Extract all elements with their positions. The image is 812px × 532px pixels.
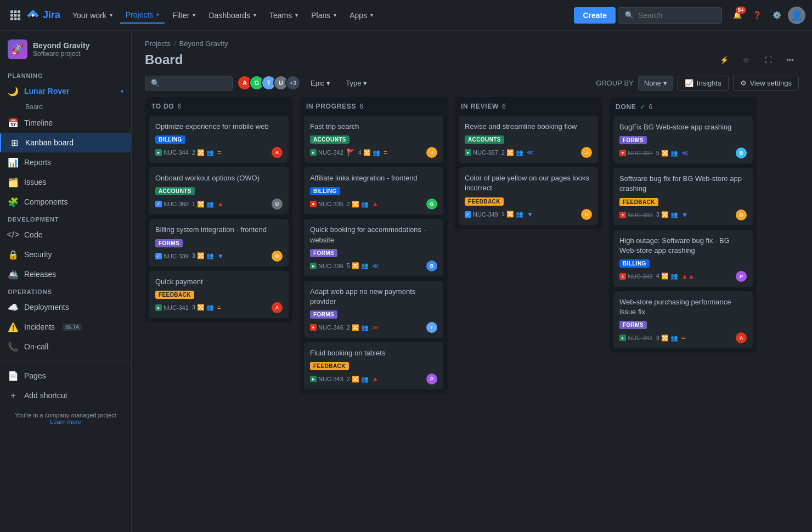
sidebar-item-timeline[interactable]: 📅 Timeline — [0, 113, 131, 133]
sidebar-divider — [0, 361, 131, 361]
sidebar-item-add-shortcut[interactable]: ＋ Add shortcut — [0, 386, 131, 405]
table-row[interactable]: Affiliate links integration - frontendBI… — [304, 167, 443, 214]
column-title: IN REVIEW — [461, 103, 499, 110]
sidebar-item-kanban[interactable]: ⊞ Kanban board — [0, 133, 131, 152]
projects-menu[interactable]: Projects ▾ — [120, 7, 165, 24]
type-filter[interactable]: Type ▾ — [340, 76, 373, 90]
your-work-menu[interactable]: Your work ▾ — [67, 8, 118, 23]
card-label: FORMS — [310, 249, 337, 257]
sidebar-item-oncall[interactable]: 📞 On-call — [0, 337, 131, 356]
breadcrumb-project[interactable]: Beyond Gravity — [179, 39, 228, 48]
table-row[interactable]: Fast trip searchACCOUNTS▸ NUC-342🚩4 🔀 👥=… — [304, 116, 443, 163]
reports-icon: 📊 — [8, 157, 19, 168]
table-row[interactable]: Optimize experience for mobile webBILLIN… — [149, 116, 289, 163]
notifications-button[interactable]: 🔔 9+ — [729, 7, 746, 24]
sidebar-item-reports[interactable]: 📊 Reports — [0, 152, 131, 172]
lightning-button[interactable]: ⚡ — [715, 51, 733, 69]
table-row[interactable]: Web-store purchasing performance issue f… — [613, 291, 753, 348]
card-stat: 2 🔀 👥 — [347, 376, 369, 383]
sidebar-item-incidents[interactable]: ⚠️ Incidents BETA — [0, 317, 131, 337]
apps-menu[interactable]: Apps ▾ — [344, 8, 379, 23]
grid-icon[interactable] — [7, 7, 24, 24]
teams-menu[interactable]: Teams ▾ — [264, 8, 303, 23]
card-stat: 5 🔀 👥 — [656, 150, 678, 157]
group-by-select[interactable]: None ▾ — [638, 76, 673, 90]
create-button[interactable]: Create — [574, 7, 616, 24]
card-title: Software bug fix for BG Web-store app cr… — [619, 174, 747, 194]
table-row[interactable]: Revise and streamline booking flowACCOUN… — [459, 116, 598, 163]
board-search[interactable]: 🔍 — [145, 76, 233, 90]
search-input[interactable] — [638, 11, 715, 20]
code-label: Code — [24, 230, 42, 239]
priority-icon: = — [217, 304, 221, 312]
help-button[interactable]: ❓ — [748, 7, 766, 24]
project-type: Software project — [33, 50, 123, 58]
chevron-down-icon: ▾ — [663, 79, 667, 87]
jira-logo[interactable]: Jira — [26, 9, 60, 22]
add-shortcut-icon: ＋ — [8, 390, 19, 401]
plans-menu[interactable]: Plans ▾ — [306, 8, 342, 23]
deployments-label: Deployments — [24, 303, 69, 312]
sidebar-item-components[interactable]: 🧩 Components — [0, 192, 131, 212]
board-search-input[interactable] — [163, 79, 227, 87]
chevron-down-icon: ▾ — [193, 12, 195, 18]
insights-button[interactable]: 📈 Insights — [678, 76, 729, 90]
sidebar-item-security[interactable]: 🔒 Security — [0, 245, 131, 264]
card-label: FORMS — [619, 321, 647, 329]
sidebar-item-releases[interactable]: 🚢 Releases — [0, 264, 131, 284]
avatars-filter[interactable]: A G T U +3 — [237, 75, 301, 90]
type-label: Type — [346, 79, 361, 87]
avatar: G — [426, 199, 437, 210]
table-row[interactable]: High outage: Software bug fix - BG Web-s… — [613, 230, 753, 287]
card-id: ● NUC-340 — [619, 273, 653, 280]
more-button[interactable]: ••• — [781, 51, 799, 69]
pages-icon: 📄 — [8, 370, 19, 381]
sidebar-item-deployments[interactable]: ☁️ Deployments — [0, 297, 131, 317]
top-navigation: Jira Your work ▾ Projects ▾ Filter ▾ Das… — [0, 0, 812, 31]
fullscreen-button[interactable]: ⛶ — [759, 51, 777, 69]
avatar: J — [581, 147, 592, 158]
page-header: Projects / Beyond Gravity Board ⚡ ☆ ⛶ ••… — [132, 31, 812, 69]
table-row[interactable]: Software bug fix for BG Web-store app cr… — [613, 168, 753, 225]
avatar: A — [272, 302, 283, 313]
learn-more-link[interactable]: Learn more — [50, 418, 81, 425]
dashboards-menu[interactable]: Dashboards ▾ — [203, 8, 262, 23]
sidebar-item-lunar-rover[interactable]: 🌙 Lunar Rover ▾ — [0, 81, 131, 101]
breadcrumb-projects[interactable]: Projects — [145, 39, 171, 48]
settings-button[interactable]: ⚙️ — [768, 7, 786, 24]
chevron-down-icon: ▾ — [121, 88, 123, 94]
user-avatar[interactable]: 👤 — [788, 7, 805, 24]
search-box[interactable]: 🔍 — [618, 7, 722, 24]
card-stat: 2 🔀 👥 — [347, 201, 369, 208]
priority-icon: ▲ — [217, 200, 224, 208]
table-row[interactable]: Adapt web app no new payments providerFO… — [304, 281, 443, 338]
epic-filter[interactable]: Epic ▾ — [305, 76, 336, 90]
timeline-label: Timeline — [24, 118, 53, 127]
star-button[interactable]: ☆ — [737, 51, 755, 69]
sidebar-item-issues[interactable]: 🗂️ Issues — [0, 172, 131, 192]
table-row[interactable]: Fluid booking on tabletsFEEDBACK▸ NUC-34… — [304, 342, 443, 389]
kanban-icon: ⊞ — [9, 137, 20, 148]
table-row[interactable]: Color of pale yellow on our pages looks … — [459, 167, 598, 224]
card-meta: ● NUC-3462 🔀 👥≫T — [310, 322, 437, 333]
card-label: FEEDBACK — [619, 198, 658, 206]
svg-rect-1 — [14, 10, 17, 13]
table-row[interactable]: Quick paymentFEEDBACK▸ NUC-3413 🔀 👥=A — [149, 271, 289, 318]
column-title: TO DO — [151, 103, 174, 110]
svg-rect-2 — [18, 10, 20, 13]
card-meta: ● NUC-3352 🔀 👥▲G — [310, 199, 437, 210]
development-section-label: DEVELOPMENT — [0, 212, 131, 225]
table-row[interactable]: Quick booking for accommodations - websi… — [304, 219, 443, 276]
priority-icon: ▲ — [372, 200, 379, 208]
table-row[interactable]: Billing system integration - frontendFOR… — [149, 219, 289, 266]
sidebar-item-pages[interactable]: 📄 Pages — [0, 366, 131, 386]
table-row[interactable]: BugFix BG Web-store app crashingFORMS● N… — [613, 116, 753, 163]
table-row[interactable]: Onboard workout options (OWO)ACCOUNTS✓ N… — [149, 167, 289, 214]
avatar-filter-more[interactable]: +3 — [285, 75, 301, 90]
filter-menu[interactable]: Filter ▾ — [167, 8, 201, 23]
view-settings-button[interactable]: ⚙ View settings — [733, 76, 799, 90]
chevron-down-icon: ▾ — [156, 12, 159, 18]
search-icon: 🔍 — [151, 79, 160, 87]
notification-badge: 9+ — [736, 7, 746, 14]
sidebar-item-code[interactable]: </> Code — [0, 225, 131, 245]
